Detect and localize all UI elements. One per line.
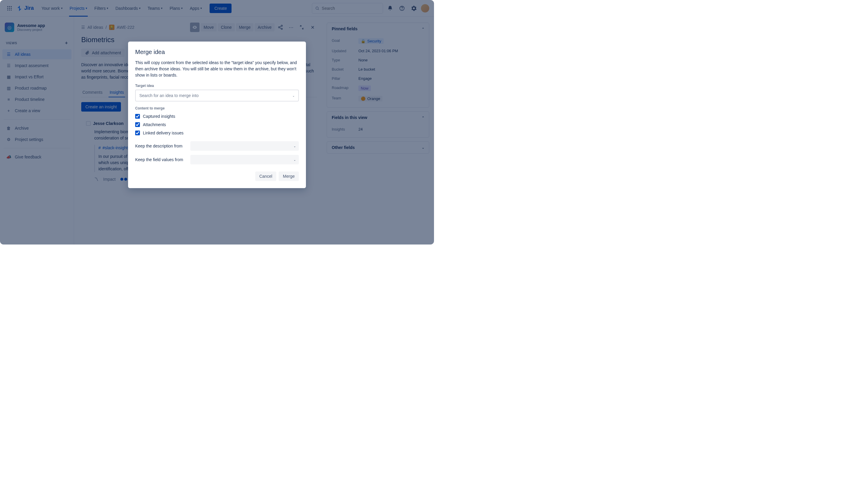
checkbox[interactable]	[135, 131, 140, 135]
merge-idea-modal: Merge idea This will copy content from t…	[128, 41, 306, 188]
check-attachments[interactable]: Attachments	[135, 120, 299, 129]
modal-overlay[interactable]: Merge idea This will copy content from t…	[0, 0, 434, 244]
modal-title: Merge idea	[135, 49, 299, 56]
target-idea-select[interactable]: Search for an idea to merge into ⌄	[135, 90, 299, 102]
content-to-merge-label: Content to merge	[135, 106, 299, 110]
chevron-down-icon: ⌄	[292, 94, 295, 97]
checkbox[interactable]	[135, 122, 140, 127]
chevron-down-icon: ⌄	[293, 158, 296, 162]
target-idea-label: Target idea	[135, 84, 299, 88]
keep-description-label: Keep the description from	[135, 144, 186, 148]
check-linked-delivery-issues[interactable]: Linked delivery issues	[135, 129, 299, 137]
check-captured-insights[interactable]: Captured insights	[135, 112, 299, 120]
cancel-button[interactable]: Cancel	[255, 172, 277, 181]
keep-field-values-select[interactable]: ⌄	[190, 155, 299, 164]
chevron-down-icon: ⌄	[293, 144, 296, 148]
checkbox[interactable]	[135, 114, 140, 119]
modal-description: This will copy content from the selected…	[135, 60, 299, 78]
keep-description-select[interactable]: ⌄	[190, 141, 299, 151]
merge-confirm-button[interactable]: Merge	[279, 172, 299, 181]
keep-field-values-label: Keep the field values from	[135, 157, 186, 162]
